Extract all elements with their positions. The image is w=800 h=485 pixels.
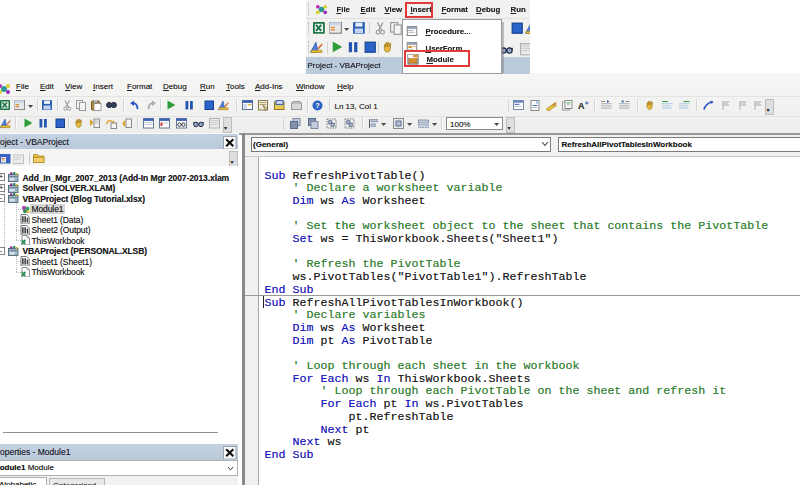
svg-text:A: A (578, 101, 585, 111)
svg-text:?: ? (315, 101, 320, 110)
